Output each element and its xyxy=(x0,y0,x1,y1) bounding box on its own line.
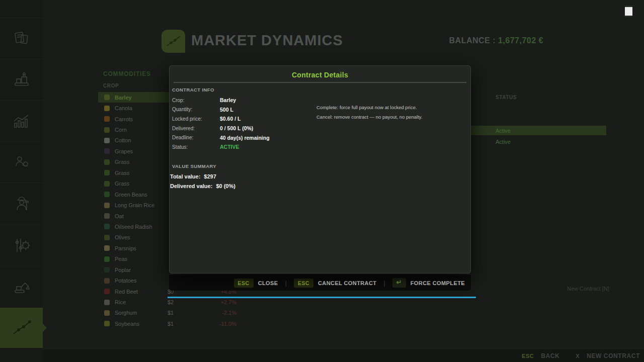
button-label: CLOSE xyxy=(258,280,278,286)
modal-body: Contract Details CONTRACT INFO Crop: Bar… xyxy=(169,65,471,274)
modal-title: Contract Details xyxy=(170,66,470,79)
modal-note: Complete: force full payout now at locke… xyxy=(316,105,467,114)
info-value: Barley xyxy=(220,97,236,103)
info-value: 500 L xyxy=(220,107,233,113)
info-row: Deadline: 40 day(s) remaining xyxy=(172,133,318,142)
key-badge: ESC xyxy=(294,279,313,288)
info-value: ACTIVE xyxy=(220,144,239,150)
modal-note: Cancel: remove contract — no payout, no … xyxy=(316,114,467,124)
info-row: Quantity: 500 L xyxy=(172,105,318,115)
info-row: Crop: Barley xyxy=(172,96,318,105)
screen: MARKET DYNAMICS BALANCE : 1,677,702 € CO… xyxy=(0,0,644,362)
button-label: FORCE COMPLETE xyxy=(411,280,465,286)
info-row: Locked price: $0.60 / L xyxy=(172,114,318,124)
info-value: $0.60 / L xyxy=(220,116,240,122)
cancel-contract-button[interactable]: ESC CANCEL CONTRACT xyxy=(294,279,377,288)
phone-icon[interactable] xyxy=(625,6,632,17)
contract-info-rows: Crop: Barley Quantity: 500 L Locked pric… xyxy=(172,96,318,152)
summary-label: Total value: xyxy=(170,173,200,179)
contract-info-section-title: CONTRACT INFO xyxy=(172,87,214,93)
divider xyxy=(174,82,466,83)
selected-row-indicator xyxy=(168,297,476,298)
info-label: Locked price: xyxy=(172,116,220,122)
info-value: 40 day(s) remaining xyxy=(220,135,270,141)
summary-row: Delivered value: $0 (0%) xyxy=(170,182,235,191)
modal-notes: Complete: force full payout now at locke… xyxy=(316,105,467,123)
info-label: Deadline: xyxy=(172,135,220,140)
info-label: Crop: xyxy=(172,98,220,103)
separator: | xyxy=(285,279,287,287)
key-badge: ESC xyxy=(234,279,254,288)
summary-value: $297 xyxy=(204,173,216,179)
info-label: Quantity: xyxy=(172,107,220,112)
close-button[interactable]: ESC CLOSE xyxy=(234,279,278,288)
value-summary-section-title: VALUE SUMMARY xyxy=(172,163,216,169)
info-row: Status: ACTIVE xyxy=(172,142,318,152)
force-complete-button[interactable]: ↵ FORCE COMPLETE xyxy=(392,278,465,288)
enter-key-icon: ↵ xyxy=(392,278,406,288)
separator: | xyxy=(383,279,385,287)
info-label: Status: xyxy=(172,144,220,150)
value-summary-rows: Total value: $297 Delivered value: $0 (0… xyxy=(170,172,235,191)
button-label: CANCEL CONTRACT xyxy=(318,280,376,286)
info-label: Delivered: xyxy=(172,126,220,131)
summary-row: Total value: $297 xyxy=(170,172,235,182)
summary-label: Delivered value: xyxy=(170,183,212,189)
modal-footer: ESC CLOSE | ESC CANCEL CONTRACT | ↵ FORC… xyxy=(169,275,471,291)
summary-value: $0 (0%) xyxy=(216,183,235,189)
info-row: Delivered: 0 / 500 L (0%) xyxy=(172,124,318,133)
info-value: 0 / 500 L (0%) xyxy=(220,125,253,131)
contract-details-modal: Contract Details CONTRACT INFO Crop: Bar… xyxy=(169,65,471,291)
